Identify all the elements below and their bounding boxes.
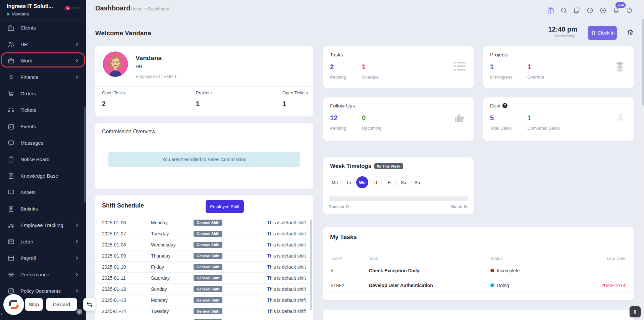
breadcrumb-current: Dashboard [148, 6, 169, 11]
weekday-su[interactable]: Su [411, 176, 423, 188]
page-scrollbar-thumb[interactable] [642, 18, 644, 106]
employee-shift-button[interactable]: Employee Shift [206, 200, 244, 213]
shift-note: This is default shift [267, 264, 306, 270]
task-id: # [331, 268, 333, 273]
shift-note: This is default shift [267, 220, 306, 225]
sidebar-item-hr[interactable]: HR [0, 36, 86, 52]
sidebar-item-label: Performance [20, 272, 49, 277]
metric-value: 1 [527, 114, 560, 122]
shift-date: 2025-01-13 [102, 298, 126, 303]
shift-row[interactable]: 2025-01-14 Tuesday General Shift This is… [95, 306, 313, 317]
page-scrollbar-track[interactable] [641, 0, 644, 320]
shift-date: 2025-01-12 [102, 286, 126, 292]
weekday-fr[interactable]: Fr [384, 176, 396, 188]
sidebar-item-notice-board[interactable]: Notice Board [0, 151, 86, 168]
column-task-id: Task# [331, 256, 342, 261]
week-timelogs-card: Week Timelogs 0s This Week MoTuWeThFrSaS… [323, 157, 474, 214]
shift-type-badge: General Shift [194, 231, 222, 237]
breadcrumb-separator: • [145, 6, 146, 11]
shift-type-badge: General Shift [194, 220, 222, 226]
shift-day: Monday [151, 220, 168, 225]
sidebar-item-employee-tracking[interactable]: Employee Tracking [0, 217, 86, 233]
sidebar-item-tickets[interactable]: Tickets [0, 102, 86, 118]
brand-logo-mark: IN [65, 6, 70, 10]
shift-row[interactable]: 2025-01-08 Wednesday General Shift This … [95, 239, 313, 250]
dashboard-settings-gear-icon[interactable]: ⚙ [627, 29, 634, 36]
weekday-mo[interactable]: Mo [329, 176, 341, 188]
org-name: Ingress IT Soluti... [7, 3, 53, 9]
profile-employee-id: Employee Id : EMP-1 [136, 74, 177, 79]
sidebar-user-name: Vandana [12, 11, 29, 16]
sidebar-item-payroll[interactable]: Payroll [0, 250, 86, 266]
power-icon[interactable] [625, 6, 633, 14]
discard-button[interactable]: Discard [46, 298, 77, 311]
swap-button[interactable] [83, 298, 96, 311]
shift-row[interactable]: 2025-01-09 Thursday General Shift This i… [95, 250, 313, 261]
login-icon [590, 30, 596, 36]
shift-day: Tuesday [151, 231, 169, 236]
weekday-we[interactable]: We [356, 176, 368, 188]
gift-icon[interactable] [547, 6, 555, 14]
shift-row[interactable]: 2025-01-07 Tuesday General Shift This is… [95, 228, 313, 239]
sidebar-scrollbar[interactable] [84, 107, 86, 202]
shift-row[interactable]: 2025-01-12 Sunday General Shift This is … [95, 283, 313, 294]
commission-info-message: You aren't enrolled to Sales Commission [108, 152, 300, 167]
sidebar-item-label: Notice Board [20, 156, 50, 162]
shift-schedule-table: 2025-01-06 Monday General Shift This is … [95, 217, 313, 320]
overlay-counter-badge[interactable]: 0 [630, 306, 641, 317]
sidebar-item-label: Finance [20, 74, 38, 80]
search-icon[interactable] [560, 6, 568, 14]
follow-ups-card: Follow Ups 12 Pending 0 Upcoming [323, 97, 474, 141]
notes-icon[interactable] [573, 6, 581, 14]
sidebar-item-assets[interactable]: Assets [0, 184, 86, 200]
sidebar-item-label: Messages [20, 140, 43, 146]
shift-row[interactable]: 2025-01-10 Friday General Shift This is … [95, 261, 313, 272]
help-badge[interactable]: ? [76, 309, 82, 315]
shift-row[interactable]: 2025-01-06 Monday General Shift This is … [95, 217, 313, 228]
week-total-badge: 0s This Week [374, 163, 403, 169]
weekday-sa[interactable]: Sa [397, 176, 410, 188]
stat-card-title: Deal? [490, 103, 507, 108]
sidebar-header: Ingress IT Soluti... Vandana IN GRESS [0, 0, 86, 19]
thumbsup-icon [453, 112, 466, 124]
stat-value: 2 [102, 100, 125, 108]
chat-icon [7, 139, 15, 147]
stop-button[interactable]: Stop [25, 298, 43, 311]
status-dot [490, 269, 494, 272]
history-icon[interactable] [586, 6, 594, 14]
shift-row[interactable]: 2025-01-13 Monday General Shift This is … [95, 294, 313, 306]
shift-table-scrollbar[interactable] [310, 220, 312, 310]
clock-in-button[interactable]: Clock In [588, 26, 617, 40]
sidebar-item-orders[interactable]: Orders [0, 85, 86, 102]
sidebar-item-performance[interactable]: Performance [0, 266, 86, 283]
sidebar-item-label: Knowledge Base [20, 173, 58, 179]
task-row[interactable]: # Check Exception Daily Incomplete -- [323, 263, 634, 278]
extension-logo[interactable] [3, 294, 24, 315]
weekday-tu[interactable]: Tu [342, 176, 355, 188]
add-icon[interactable] [599, 6, 607, 14]
profile-name: Vandana [136, 54, 162, 62]
weekday-th[interactable]: Th [370, 176, 382, 188]
next-card-partial [323, 310, 634, 320]
sidebar-item-letter[interactable]: Letter [0, 233, 86, 250]
sidebar-item-clients[interactable]: Clients [0, 19, 86, 36]
collapse-arrow-icon[interactable]: ‹ [1, 311, 2, 317]
people-icon [7, 41, 15, 48]
shift-day: Thursday [151, 253, 170, 259]
shift-row[interactable]: 2025-01-11 Saturday General Shift This i… [95, 272, 313, 283]
profile-divider [95, 86, 313, 87]
bell-icon[interactable]: 264 [612, 6, 620, 14]
avatar [103, 51, 128, 77]
breadcrumb-home[interactable]: Home [131, 6, 143, 11]
sidebar-item-finance[interactable]: $Finance [0, 69, 86, 85]
shift-row[interactable]: 2025-01-15 Wednesday General Shift This … [95, 317, 313, 320]
duration-label: Duration: 0s [329, 204, 351, 209]
sidebar-item-events[interactable]: Events [0, 118, 86, 135]
metric-converted-deals: 1 Converted Deals [527, 114, 560, 131]
sidebar-item-work[interactable]: Work [0, 52, 86, 69]
sidebar-item-messages[interactable]: Messages [0, 135, 86, 151]
help-icon[interactable]: ? [502, 103, 507, 108]
task-row[interactable]: #TM-2 Develop User Authentication Doing … [323, 278, 634, 293]
sidebar-item-knowledge-base[interactable]: Knowledge Base [0, 168, 86, 184]
sidebar-item-biolinks[interactable]: Biolinks [0, 200, 86, 217]
